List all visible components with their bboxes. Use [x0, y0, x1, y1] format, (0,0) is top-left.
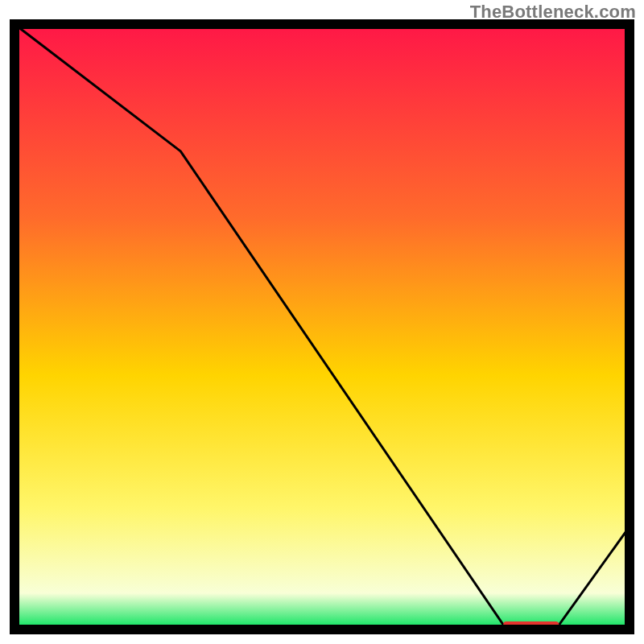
chart-container: TheBottleneck.com — [0, 0, 644, 644]
bottleneck-chart — [0, 0, 644, 644]
watermark-label: TheBottleneck.com — [470, 2, 636, 23]
plot-background — [14, 24, 630, 630]
